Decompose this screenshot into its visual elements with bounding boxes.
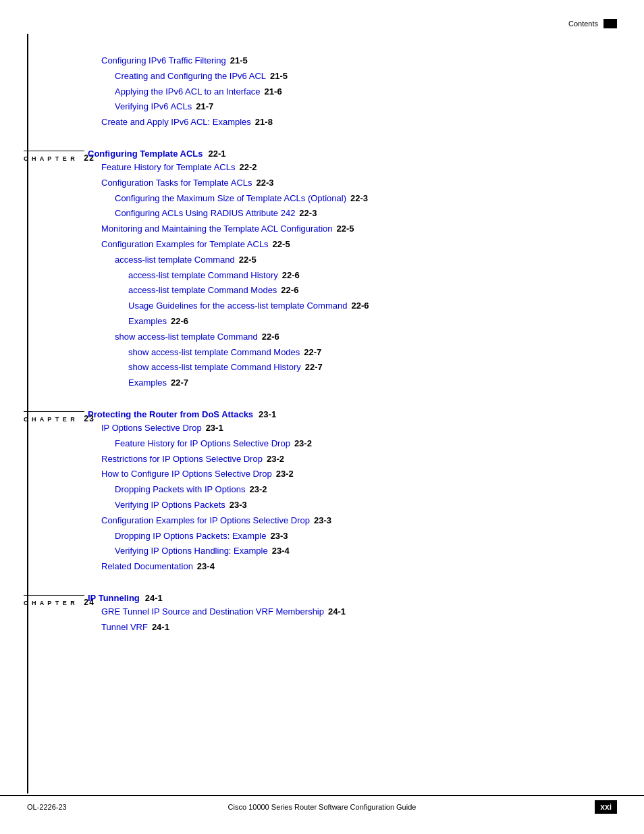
- chapter-title-link-22[interactable]: Configuring Template ACLs: [88, 149, 203, 159]
- toc-row: Feature History for Template ACLs 22-2: [101, 161, 610, 175]
- toc-link[interactable]: Tunnel VRF: [101, 621, 148, 635]
- chapter-label-23: C H A P T E R 23: [24, 411, 95, 423]
- toc-row: Dropping IP Options Packets: Example 23-…: [115, 529, 610, 544]
- header: Contents: [568, 19, 617, 28]
- toc-link[interactable]: Dropping IP Options Packets: Example: [115, 529, 267, 544]
- toc-link[interactable]: Configuring IPv6 Traffic Filtering: [101, 54, 226, 68]
- toc-row: Tunnel VRF 24-1: [101, 621, 610, 635]
- toc-page: 22-6: [171, 315, 188, 329]
- initial-entries: Configuring IPv6 Traffic Filtering 21-5 …: [88, 54, 610, 130]
- toc-row: Configuring the Maximum Size of Template…: [115, 192, 610, 206]
- toc-page: 22-6: [262, 330, 279, 344]
- toc-link[interactable]: Examples: [128, 315, 167, 329]
- toc-link[interactable]: Verifying IPv6 ACLs: [115, 100, 192, 114]
- toc-row: Configuring ACLs Using RADIUS Attribute …: [115, 207, 610, 221]
- toc-link[interactable]: Restrictions for IP Options Selective Dr…: [101, 452, 263, 467]
- chapter-label-22: C H A P T E R 22: [24, 151, 95, 163]
- toc-page: 22-5: [239, 253, 257, 267]
- footer: OL-2226-23 Cisco 10000 Series Router Sof…: [0, 795, 644, 814]
- chapter-title-row-22: Configuring Template ACLs 22-1: [88, 149, 610, 159]
- toc-page: 23-2: [294, 437, 312, 451]
- toc-page: 22-2: [239, 161, 257, 175]
- toc-page: 23-2: [249, 483, 267, 497]
- toc-row: Dropping Packets with IP Options 23-2: [115, 483, 610, 497]
- toc-page: 22-6: [281, 284, 298, 298]
- chapter-23: C H A P T E R 23 Protecting the Router f…: [88, 409, 610, 574]
- toc-link[interactable]: Feature History for Template ACLs: [101, 161, 235, 175]
- toc-page: 21-5: [270, 70, 288, 84]
- toc-link[interactable]: Configuration Tasks for Template ACLs: [101, 176, 252, 190]
- chapter-page-24: 24-1: [145, 593, 163, 603]
- toc-page: 21-6: [265, 85, 282, 99]
- toc-page: 22-3: [257, 176, 274, 190]
- toc-link[interactable]: Create and Apply IPv6 ACL: Examples: [101, 115, 251, 130]
- toc-link[interactable]: IP Options Selective Drop: [101, 421, 202, 436]
- toc-row: Verifying IP Options Handling: Example 2…: [115, 544, 610, 558]
- chapter-title-link-24[interactable]: IP Tunneling: [88, 593, 140, 603]
- toc-page: 23-1: [206, 421, 223, 436]
- toc-link[interactable]: GRE Tunnel IP Source and Destination VRF…: [101, 605, 324, 619]
- toc-page: 22-7: [305, 361, 323, 375]
- toc-link[interactable]: Configuration Examples for Template ACLs: [101, 238, 269, 252]
- toc-page: 22-6: [282, 269, 300, 283]
- toc-row: Create and Apply IPv6 ACL: Examples 21-8: [101, 115, 610, 130]
- chapter-label-text-24: C H A P T E R 24: [24, 600, 95, 606]
- toc-link[interactable]: Feature History for IP Options Selective…: [115, 437, 290, 451]
- toc-row: Configuration Tasks for Template ACLs 22…: [101, 176, 610, 190]
- chapter-title-link-23[interactable]: Protecting the Router from DoS Attacks: [88, 409, 253, 419]
- toc-row: Creating and Configuring the IPv6 ACL 21…: [115, 70, 610, 84]
- toc-link[interactable]: Configuring the Maximum Size of Template…: [115, 192, 346, 206]
- toc-link[interactable]: access-list template Command: [115, 253, 235, 267]
- toc-page: 21-7: [196, 100, 213, 114]
- toc-link[interactable]: How to Configure IP Options Selective Dr…: [101, 467, 272, 481]
- toc-link[interactable]: Creating and Configuring the IPv6 ACL: [115, 70, 266, 84]
- toc-page: 22-5: [337, 222, 354, 236]
- chapter-23-entries: IP Options Selective Drop 23-1 Feature H…: [88, 421, 610, 574]
- toc-row: show access-list template Command Modes …: [128, 346, 610, 360]
- toc-link[interactable]: show access-list template Command Modes: [128, 346, 300, 360]
- toc-page: 23-4: [272, 544, 290, 558]
- toc-page: 24-1: [328, 605, 346, 619]
- toc-row: Examples 22-7: [128, 376, 610, 390]
- chapter-24: C H A P T E R 24 IP Tunneling 24-1 GRE T…: [88, 593, 610, 635]
- toc-row: IP Options Selective Drop 23-1: [101, 421, 610, 436]
- toc-link[interactable]: Related Documentation: [101, 560, 193, 574]
- toc-row: How to Configure IP Options Selective Dr…: [101, 467, 610, 481]
- toc-row: Verifying IPv6 ACLs 21-7: [115, 100, 610, 114]
- toc-page: 21-8: [255, 115, 273, 130]
- toc-link[interactable]: Examples: [128, 376, 167, 390]
- toc-page: 22-3: [350, 192, 368, 206]
- toc-page: 23-2: [267, 452, 284, 467]
- toc-link[interactable]: access-list template Command History: [128, 269, 278, 283]
- toc-link[interactable]: access-list template Command Modes: [128, 284, 277, 298]
- toc-row: Verifying IP Options Packets 23-3: [115, 498, 610, 513]
- toc-row: show access-list template Command 22-6: [115, 330, 610, 344]
- toc-page: 23-2: [276, 467, 294, 481]
- toc-row: show access-list template Command Histor…: [128, 361, 610, 375]
- toc-link[interactable]: Monitoring and Maintaining the Template …: [101, 222, 333, 236]
- header-text: Contents: [568, 20, 598, 28]
- toc-row: access-list template Command Modes 22-6: [128, 284, 610, 298]
- toc-row: Related Documentation 23-4: [101, 560, 610, 574]
- toc-link[interactable]: Verifying IP Options Packets: [115, 498, 225, 513]
- toc-row: GRE Tunnel IP Source and Destination VRF…: [101, 605, 610, 619]
- toc-link[interactable]: Configuring ACLs Using RADIUS Attribute …: [115, 207, 295, 221]
- toc-link[interactable]: Verifying IP Options Handling: Example: [115, 544, 268, 558]
- toc-link[interactable]: Dropping Packets with IP Options: [115, 483, 245, 497]
- chapter-title-row-23: Protecting the Router from DoS Attacks 2…: [88, 409, 610, 419]
- toc-page: 22-3: [299, 207, 317, 221]
- toc-row: Usage Guidelines for the access-list tem…: [128, 299, 610, 313]
- toc-link[interactable]: show access-list template Command: [115, 330, 258, 344]
- chapter-page-23: 23-1: [259, 409, 276, 419]
- toc-link[interactable]: Usage Guidelines for the access-list tem…: [128, 299, 347, 313]
- toc-row: Configuration Examples for IP Options Se…: [101, 514, 610, 528]
- toc-page: 22-5: [273, 238, 290, 252]
- toc-page: 21-5: [230, 54, 248, 68]
- toc-page: 23-3: [314, 514, 331, 528]
- footer-doc-number: OL-2226-23: [27, 803, 67, 811]
- toc-link[interactable]: show access-list template Command Histor…: [128, 361, 301, 375]
- toc-link[interactable]: Configuration Examples for IP Options Se…: [101, 514, 310, 528]
- toc-row: access-list template Command History 22-…: [128, 269, 610, 283]
- toc-row: Configuration Examples for Template ACLs…: [101, 238, 610, 252]
- toc-link[interactable]: Applying the IPv6 ACL to an Interface: [115, 85, 261, 99]
